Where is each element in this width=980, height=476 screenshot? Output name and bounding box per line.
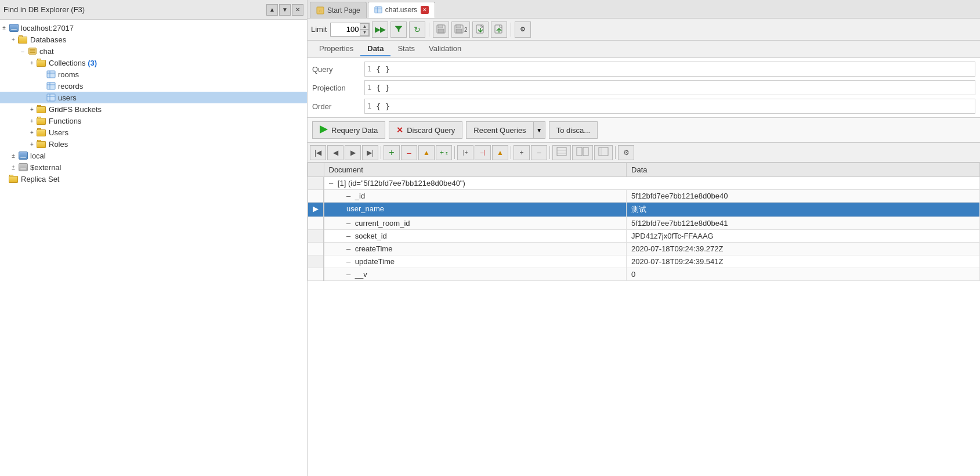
settings-button[interactable]: ⚙ bbox=[515, 21, 531, 38]
table-row[interactable]: ▶ user_name 测试 bbox=[308, 203, 980, 217]
expand-icon: + bbox=[9, 35, 17, 44]
tree-view-button[interactable] bbox=[552, 145, 571, 160]
find-up-button[interactable]: ▲ bbox=[266, 4, 278, 16]
expand-icon: + bbox=[28, 128, 36, 136]
grid-sep-3 bbox=[511, 146, 511, 159]
save-button[interactable] bbox=[433, 21, 449, 38]
tab-start-page[interactable]: ⌂ Start Page bbox=[310, 2, 367, 18]
projection-editor[interactable]: 1 { } bbox=[364, 80, 975, 95]
tree-item-local[interactable]: ± local bbox=[0, 150, 307, 161]
folder-icon bbox=[18, 35, 28, 44]
tree-item-localhost[interactable]: ± localhost:27017 bbox=[0, 22, 307, 34]
server-gray-icon bbox=[18, 163, 28, 172]
save-all-button[interactable]: 2 bbox=[451, 21, 470, 38]
row-marker bbox=[308, 243, 324, 255]
tab-stats[interactable]: Stats bbox=[390, 42, 422, 56]
tab-close-button[interactable]: ✕ bbox=[421, 6, 429, 14]
to-discard-label: To disca... bbox=[556, 126, 591, 135]
tree-item-functions[interactable]: + Functions bbox=[0, 115, 307, 127]
tree-label: $external bbox=[30, 163, 61, 172]
to-discard-button[interactable]: To disca... bbox=[549, 121, 598, 139]
discard-button[interactable]: ✕ Discard Query bbox=[389, 121, 462, 139]
query-editor[interactable]: 1 { } bbox=[364, 62, 975, 77]
limit-input-wrap: ▲ ▼ bbox=[330, 23, 370, 37]
tab-properties[interactable]: Properties bbox=[312, 42, 360, 56]
import-button[interactable] bbox=[491, 21, 507, 38]
filter-button[interactable] bbox=[390, 21, 407, 38]
recent-queries-dropdown[interactable]: ▼ bbox=[534, 121, 545, 139]
field-indent: – updateTime bbox=[329, 257, 395, 266]
tree-item-users[interactable]: · users bbox=[0, 92, 307, 103]
nav-last-button[interactable]: ▶| bbox=[362, 145, 378, 160]
add-child-button[interactable]: + ₂ bbox=[436, 145, 452, 160]
export-button[interactable] bbox=[472, 21, 489, 38]
expand-marker: – bbox=[346, 257, 350, 266]
list-view-button[interactable] bbox=[594, 145, 613, 160]
value-cell: 0 bbox=[627, 268, 980, 281]
tree-item-external[interactable]: ± $external bbox=[0, 161, 307, 173]
requery-button[interactable]: Requery Data bbox=[312, 121, 385, 139]
find-close-button[interactable]: ✕ bbox=[292, 4, 303, 16]
collapse-button[interactable]: – bbox=[531, 145, 547, 160]
table-row[interactable]: – updateTime 2020-07-18T09:24:39.541Z bbox=[308, 255, 980, 268]
expand-icon: + bbox=[520, 149, 524, 157]
tree-label: Functions bbox=[49, 117, 81, 125]
import-icon bbox=[494, 24, 504, 35]
row-marker: ▶ bbox=[308, 203, 324, 217]
tree-label: Replica Set bbox=[21, 175, 59, 183]
tab-data[interactable]: Data bbox=[360, 42, 390, 56]
expand-marker: – bbox=[346, 244, 350, 253]
limit-up-button[interactable]: ▲ bbox=[360, 23, 369, 30]
table-row[interactable]: – socket_id JPD41z7jx0fTc-FFAAAG bbox=[308, 230, 980, 243]
collapse-icon: – bbox=[537, 149, 541, 157]
table-row[interactable]: – __v 0 bbox=[308, 268, 980, 281]
recent-queries-button[interactable]: Recent Queries bbox=[466, 121, 533, 139]
insert-red-button[interactable]: –| bbox=[475, 145, 491, 160]
nav-prev-button[interactable]: ◀ bbox=[327, 145, 343, 160]
grid-sep-2 bbox=[454, 146, 455, 159]
refresh-button[interactable]: ↻ bbox=[409, 21, 425, 38]
tab-validation[interactable]: Validation bbox=[422, 42, 468, 56]
edit-row-button[interactable]: ▲ bbox=[418, 145, 435, 160]
table-icon bbox=[46, 81, 56, 91]
tab-chat-users[interactable]: chat.users ✕ bbox=[368, 2, 435, 18]
tree-item-chat[interactable]: – chat bbox=[0, 45, 307, 57]
grid-sep-1 bbox=[381, 146, 381, 159]
table-row[interactable]: – current_room_id 5f12bfd7ee7bb121e8d0be… bbox=[308, 217, 980, 230]
nav-prev-icon: ◀ bbox=[333, 149, 338, 157]
tree-item-collections[interactable]: + Collections (3) bbox=[0, 57, 307, 68]
table-row[interactable]: – createTime 2020-07-18T09:24:39.272Z bbox=[308, 243, 980, 255]
doc-header-cell: – [1] (id="5f12bfd7ee7bb121e8d0be40") bbox=[324, 177, 980, 190]
expand-button[interactable]: + bbox=[513, 145, 530, 160]
tree-item-gridfs[interactable]: + GridFS Buckets bbox=[0, 103, 307, 115]
arrow-up-button[interactable]: ▲ bbox=[492, 145, 508, 160]
remove-row-button[interactable]: – bbox=[401, 145, 417, 160]
row-marker bbox=[308, 268, 324, 281]
tree-item-rooms[interactable]: · rooms bbox=[0, 68, 307, 80]
tree-item-records[interactable]: · records bbox=[0, 80, 307, 92]
tree-item-roles[interactable]: + Roles bbox=[0, 138, 307, 150]
filter-icon bbox=[394, 24, 403, 35]
limit-spinner: ▲ ▼ bbox=[360, 23, 369, 36]
server-icon bbox=[18, 151, 28, 160]
expand-icon: + bbox=[28, 59, 36, 67]
nav-first-button[interactable]: |◀ bbox=[310, 145, 326, 160]
nav-next-button[interactable]: ▶ bbox=[345, 145, 361, 160]
column-view-button[interactable] bbox=[572, 145, 593, 160]
tree-item-users-folder[interactable]: + Users bbox=[0, 127, 307, 138]
limit-input[interactable] bbox=[331, 23, 360, 36]
table-row-doc-header[interactable]: – [1] (id="5f12bfd7ee7bb121e8d0be40") bbox=[308, 177, 980, 190]
grid-settings-button[interactable]: ⚙ bbox=[618, 145, 634, 160]
tree-item-databases[interactable]: + Databases bbox=[0, 34, 307, 45]
skip-forward-button[interactable]: ▶▶ bbox=[372, 21, 388, 38]
order-editor[interactable]: 1 { } bbox=[364, 99, 975, 114]
add-row-button[interactable]: + bbox=[384, 145, 400, 160]
limit-down-button[interactable]: ▼ bbox=[360, 30, 369, 36]
tree-item-replicaset[interactable]: · Replica Set bbox=[0, 173, 307, 185]
field-cell: – updateTime bbox=[324, 255, 627, 268]
row-marker bbox=[308, 255, 324, 268]
projection-label: Projection bbox=[312, 84, 364, 92]
table-row[interactable]: – _id 5f12bfd7ee7bb121e8d0be40 bbox=[308, 190, 980, 203]
insert-before-button[interactable]: |+ bbox=[457, 145, 473, 160]
find-down-button[interactable]: ▼ bbox=[279, 4, 291, 16]
